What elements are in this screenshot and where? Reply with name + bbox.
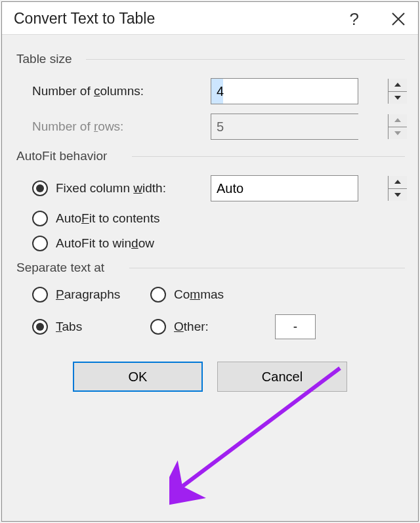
label-part: Number of — [32, 119, 94, 133]
radio-autofit-contents-label: AutoFit to contents — [56, 211, 159, 226]
sep-other-input-cell — [275, 314, 404, 339]
cancel-button[interactable]: Cancel — [217, 362, 347, 392]
ok-button[interactable]: OK — [73, 362, 203, 392]
sep-paragraphs-cell: Paragraphs — [32, 287, 150, 303]
label-part: AutoFit to win — [56, 236, 131, 250]
label-part: Auto — [56, 211, 81, 225]
rows-spinner-buttons — [388, 114, 407, 139]
radio-other-label: Other: — [174, 320, 209, 334]
radio-autofit-contents[interactable] — [32, 211, 48, 226]
label-part: aragraphs — [64, 287, 121, 301]
fixed-width-input[interactable] — [211, 176, 388, 201]
columns-spin-up[interactable] — [388, 79, 407, 92]
label-accel: m — [190, 287, 200, 301]
columns-input[interactable] — [211, 79, 388, 104]
fixed-width-spinner-buttons — [388, 176, 407, 201]
dialog-button-row: OK Cancel — [16, 362, 404, 392]
radio-autofit-window[interactable] — [32, 236, 48, 251]
autofit-contents-row: AutoFit to contents — [32, 211, 404, 226]
separate-grid: Paragraphs Commas Tabs Other: — [32, 287, 404, 339]
radio-paragraphs[interactable] — [32, 287, 48, 303]
columns-label: Number of columns: — [32, 84, 211, 98]
radio-autofit-window-label: AutoFit to window — [56, 236, 154, 251]
other-separator-input[interactable] — [275, 314, 316, 339]
label-accel: O — [174, 320, 184, 333]
radio-fixed-width[interactable] — [32, 180, 48, 196]
label-part: mas — [200, 287, 224, 301]
label-part: ows: — [98, 119, 123, 133]
label-accel: d — [131, 236, 138, 250]
rows-row: Number of rows: — [32, 114, 404, 140]
label-accel: P — [56, 287, 64, 301]
sep-tabs-cell: Tabs — [32, 319, 150, 335]
label-part: abs — [62, 320, 83, 333]
label-part: Fixed column — [56, 181, 133, 195]
convert-text-to-table-dialog: Convert Text to Table ? Table size Numbe… — [1, 1, 419, 522]
radio-commas[interactable] — [150, 287, 166, 303]
autofit-fixed-row: Fixed column width: — [32, 175, 404, 201]
group-label-autofit: AutoFit behavior — [16, 149, 404, 163]
group-label-table-size: Table size — [16, 52, 404, 66]
rows-spin-up — [388, 114, 407, 127]
sep-commas-cell: Commas — [150, 287, 275, 303]
columns-spin-down[interactable] — [388, 92, 407, 104]
autofit-window-row: AutoFit to window — [32, 236, 404, 251]
columns-spinner-buttons — [388, 79, 407, 104]
dialog-title: Convert Text to Table — [14, 10, 155, 28]
label-part: Co — [174, 287, 190, 301]
fixed-width-spinner — [211, 175, 358, 201]
radio-other[interactable] — [150, 319, 166, 335]
close-icon[interactable] — [390, 11, 406, 27]
label-accel: F — [81, 211, 89, 225]
radio-fixed-width-label: Fixed column width: — [56, 181, 166, 196]
titlebar-controls: ? — [350, 10, 406, 28]
label-part: olumns: — [100, 84, 144, 98]
rows-label: Number of rows: — [32, 119, 211, 134]
rows-input — [211, 114, 388, 139]
dialog-content: Table size Number of columns: Number of … — [2, 35, 418, 392]
group-label-separate: Separate text at — [16, 261, 404, 275]
radio-paragraphs-label: Paragraphs — [56, 287, 120, 302]
fixed-width-spin-down[interactable] — [388, 189, 407, 201]
fixed-width-spin-up[interactable] — [388, 176, 407, 189]
label-part: ow — [138, 236, 154, 250]
radio-tabs-label: Tabs — [56, 320, 82, 334]
radio-commas-label: Commas — [174, 287, 224, 302]
columns-spinner — [211, 78, 358, 104]
rows-spinner — [211, 114, 358, 140]
help-icon[interactable]: ? — [350, 10, 359, 28]
label-accel: T — [56, 320, 62, 333]
radio-tabs[interactable] — [32, 319, 48, 335]
titlebar: Convert Text to Table ? — [2, 2, 418, 35]
sep-other-cell: Other: — [150, 319, 275, 335]
label-part: it to contents — [89, 211, 160, 225]
label-part: idth: — [142, 181, 166, 195]
label-accel: w — [133, 181, 142, 195]
label-part: ther: — [184, 320, 209, 333]
label-part: Number of — [32, 84, 94, 98]
rows-spin-down — [388, 127, 407, 140]
columns-row: Number of columns: — [32, 78, 404, 104]
